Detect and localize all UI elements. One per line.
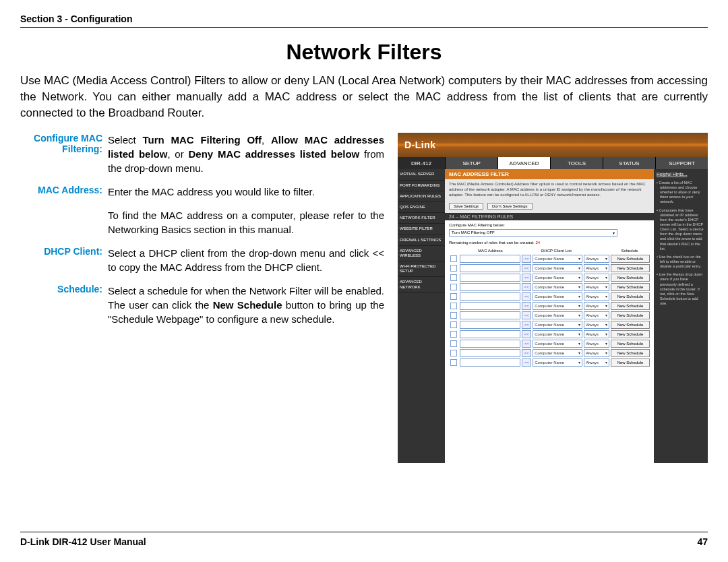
schedule-select[interactable]: Always▾ [584, 302, 609, 310]
copy-mac-button[interactable]: << [522, 255, 531, 263]
mac-address-input[interactable] [460, 311, 520, 319]
sidebar-item[interactable]: ADVANCED WIRELESS [398, 246, 445, 261]
row-checkbox[interactable] [450, 274, 457, 281]
dhcp-client-select[interactable]: Computer Name▾ [533, 292, 582, 301]
dhcp-client-select[interactable]: Computer Name▾ [533, 302, 582, 310]
hint-item: Create a list of MAC addresses and choos… [657, 181, 705, 205]
new-schedule-button[interactable]: New Schedule [611, 264, 650, 272]
new-schedule-button[interactable]: New Schedule [611, 255, 650, 263]
nav-support[interactable]: SUPPORT [655, 157, 708, 169]
new-schedule-button[interactable]: New Schedule [611, 340, 650, 348]
copy-mac-button[interactable]: << [522, 321, 531, 329]
schedule-select[interactable]: Always▾ [584, 283, 609, 291]
dhcp-client-select[interactable]: Computer Name▾ [533, 330, 582, 338]
sidebar-item[interactable]: FIREWALL SETTINGS [398, 235, 445, 246]
sidebar-item[interactable]: NETWORK FILTER [398, 213, 445, 224]
copy-mac-button[interactable]: << [522, 292, 531, 301]
hint-item: Use the Always drop down menu if you hav… [657, 272, 705, 306]
dhcp-client-select[interactable]: Computer Name▾ [533, 321, 582, 329]
mac-address-input[interactable] [460, 264, 520, 272]
copy-mac-button[interactable]: << [522, 340, 531, 348]
copy-mac-button[interactable]: << [522, 302, 531, 310]
copy-mac-button[interactable]: << [522, 349, 531, 357]
schedule-select[interactable]: Always▾ [584, 311, 609, 319]
mac-address-input[interactable] [460, 340, 520, 348]
chevron-down-icon: ▾ [578, 313, 580, 317]
new-schedule-button[interactable]: New Schedule [611, 358, 650, 367]
main-panel: MAC ADDRESS FILTER The MAC (Media Access… [445, 169, 654, 463]
sidebar-item[interactable]: VIRTUAL SERVER [398, 169, 445, 180]
mac-address-input[interactable] [460, 255, 520, 263]
def-label-configure: Configure MAC Filtering: [20, 133, 108, 175]
sidebar-item[interactable]: WEBSITE FILTER [398, 224, 445, 235]
schedule-select[interactable]: Always▾ [584, 349, 609, 357]
row-checkbox[interactable] [450, 312, 457, 319]
schedule-select[interactable]: Always▾ [584, 330, 609, 338]
chevron-down-icon: ▾ [605, 341, 607, 346]
schedule-select[interactable]: Always▾ [584, 255, 609, 263]
copy-mac-button[interactable]: << [522, 330, 531, 338]
copy-mac-button[interactable]: << [522, 274, 531, 282]
schedule-select[interactable]: Always▾ [584, 358, 609, 367]
schedule-select[interactable]: Always▾ [584, 264, 609, 272]
dhcp-client-select[interactable]: Computer Name▾ [533, 349, 582, 357]
dhcp-client-select[interactable]: Computer Name▾ [533, 358, 582, 367]
chevron-down-icon: ▾ [605, 266, 607, 270]
mac-address-input[interactable] [460, 283, 520, 291]
filter-row: <<Computer Name▾Always▾New Schedule [449, 311, 650, 320]
schedule-select[interactable]: Always▾ [584, 321, 609, 329]
row-checkbox[interactable] [450, 350, 457, 356]
mac-address-input[interactable] [460, 274, 520, 282]
sidebar-item[interactable]: WI-FI PROTECTED SETUP [398, 261, 445, 277]
copy-mac-button[interactable]: << [522, 311, 531, 319]
copy-mac-button[interactable]: << [522, 264, 531, 272]
nav-advanced[interactable]: ADVANCED [497, 157, 550, 169]
mac-filtering-select[interactable]: Turn MAC Filtering OFF ▾ [449, 229, 617, 237]
nav-tools[interactable]: TOOLS [550, 157, 603, 169]
mac-address-input[interactable] [460, 321, 520, 329]
row-checkbox[interactable] [450, 284, 457, 290]
dhcp-client-select[interactable]: Computer Name▾ [533, 264, 582, 272]
new-schedule-button[interactable]: New Schedule [611, 292, 650, 301]
nav-setup[interactable]: SETUP [445, 157, 497, 169]
row-checkbox[interactable] [450, 321, 457, 328]
row-checkbox[interactable] [450, 265, 457, 272]
sidebar-item[interactable]: ADVANCED NETWORK [398, 277, 445, 292]
schedule-select[interactable]: Always▾ [584, 292, 609, 301]
mac-address-input[interactable] [460, 302, 520, 310]
chevron-down-icon: ▾ [605, 322, 607, 327]
row-checkbox[interactable] [450, 255, 457, 262]
new-schedule-button[interactable]: New Schedule [611, 330, 650, 338]
schedule-select[interactable]: Always▾ [584, 274, 609, 282]
mac-address-input[interactable] [460, 349, 520, 357]
schedule-select[interactable]: Always▾ [584, 340, 609, 348]
nav-status[interactable]: STATUS [603, 157, 655, 169]
new-schedule-button[interactable]: New Schedule [611, 274, 650, 282]
sidebar-item[interactable]: PORT FORWARDING [398, 181, 445, 191]
row-checkbox[interactable] [450, 293, 457, 300]
save-settings-button[interactable]: Save Settings [449, 203, 483, 210]
dhcp-client-select[interactable]: Computer Name▾ [533, 311, 582, 319]
new-schedule-button[interactable]: New Schedule [611, 321, 650, 329]
copy-mac-button[interactable]: << [522, 283, 531, 291]
dhcp-client-select[interactable]: Computer Name▾ [533, 274, 582, 282]
new-schedule-button[interactable]: New Schedule [611, 302, 650, 310]
mac-address-input[interactable] [460, 358, 520, 367]
dhcp-client-select[interactable]: Computer Name▾ [533, 255, 582, 263]
new-schedule-button[interactable]: New Schedule [611, 349, 650, 357]
row-checkbox[interactable] [450, 359, 457, 366]
sidebar-item[interactable]: APPLICATION RULES [398, 191, 445, 202]
dhcp-client-select[interactable]: Computer Name▾ [533, 283, 582, 291]
new-schedule-button[interactable]: New Schedule [611, 283, 650, 291]
dont-save-settings-button[interactable]: Don't Save Settings [487, 203, 533, 210]
row-checkbox[interactable] [450, 340, 457, 347]
sidebar-item[interactable]: QOS ENGINE [398, 202, 445, 213]
row-checkbox[interactable] [450, 331, 457, 338]
copy-mac-button[interactable]: << [522, 358, 531, 367]
mac-address-input[interactable] [460, 330, 520, 338]
row-checkbox[interactable] [450, 303, 457, 309]
new-schedule-button[interactable]: New Schedule [611, 311, 650, 319]
dhcp-client-select[interactable]: Computer Name▾ [533, 340, 582, 348]
chevron-down-icon: ▾ [578, 341, 580, 346]
mac-address-input[interactable] [460, 292, 520, 301]
